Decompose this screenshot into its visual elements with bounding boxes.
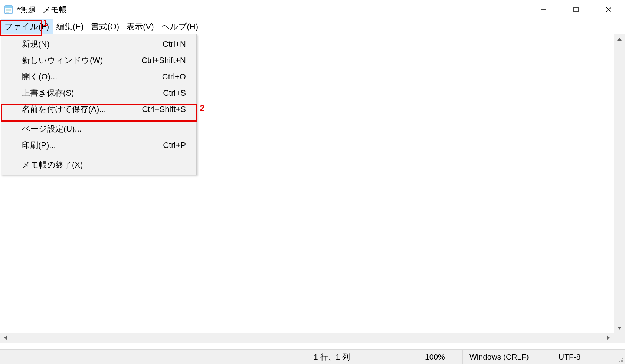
svg-rect-6 [574, 7, 578, 12]
menu-separator [8, 155, 195, 155]
menu-format[interactable]: 書式(O) [87, 19, 123, 34]
scroll-up-icon[interactable] [614, 34, 625, 44]
svg-marker-10 [617, 327, 622, 330]
notepad-icon [4, 5, 13, 14]
menu-edit[interactable]: 編集(E) [53, 19, 87, 34]
status-cursor-position: 1 行、1 列 [307, 350, 418, 364]
file-menu-dropdown: 新規(N) Ctrl+N 新しいウィンドウ(W) Ctrl+Shift+N 開く… [1, 34, 197, 175]
scroll-corner [614, 333, 625, 343]
close-button[interactable] [592, 0, 625, 19]
menu-item-exit[interactable]: メモ帳の終了(X) [2, 157, 196, 173]
menu-item-accel: Ctrl+N [163, 39, 186, 49]
menu-item-label: 印刷(P)... [22, 140, 163, 151]
horizontal-scrollbar[interactable] [0, 333, 614, 343]
menu-item-accel: Ctrl+Shift+S [142, 105, 186, 114]
menu-item-label: ページ設定(U)... [22, 123, 186, 135]
menu-item-new-window[interactable]: 新しいウィンドウ(W) Ctrl+Shift+N [2, 52, 196, 69]
annotation-label-1: 1 [43, 18, 48, 28]
menu-item-label: 新しいウィンドウ(W) [22, 55, 141, 66]
svg-marker-11 [4, 335, 7, 340]
window-controls [527, 0, 625, 19]
menu-item-label: 新規(N) [22, 39, 163, 50]
menu-item-accel: Ctrl+O [162, 72, 186, 82]
menu-item-page-setup[interactable]: ページ設定(U)... [2, 121, 196, 137]
menu-item-accel: Ctrl+P [163, 140, 186, 150]
maximize-button[interactable] [560, 0, 592, 19]
vertical-scrollbar[interactable] [614, 34, 625, 333]
menu-item-label: 名前を付けて保存(A)... [22, 104, 142, 115]
menu-item-accel: Ctrl+Shift+N [141, 56, 186, 65]
status-line-ending: Windows (CRLF) [462, 350, 552, 364]
status-encoding: UTF-8 [552, 350, 615, 364]
scroll-right-icon[interactable] [603, 333, 614, 343]
scroll-down-icon[interactable] [614, 323, 625, 333]
menubar: ファイル(F) 編集(E) 書式(O) 表示(V) ヘルプ(H) [0, 19, 625, 34]
svg-marker-12 [607, 335, 610, 340]
scroll-left-icon[interactable] [0, 333, 11, 343]
menu-item-open[interactable]: 開く(O)... Ctrl+O [2, 69, 196, 85]
menu-item-save[interactable]: 上書き保存(S) Ctrl+S [2, 85, 196, 101]
statusbar: 1 行、1 列 100% Windows (CRLF) UTF-8 [0, 349, 625, 364]
menu-item-new[interactable]: 新規(N) Ctrl+N [2, 36, 196, 52]
menu-item-label: 開く(O)... [22, 71, 162, 82]
annotation-label-2: 2 [200, 103, 204, 113]
menu-item-accel: Ctrl+S [163, 88, 186, 98]
menu-help[interactable]: ヘルプ(H) [158, 19, 202, 34]
status-spacer [0, 350, 307, 364]
menu-item-label: 上書き保存(S) [22, 87, 163, 99]
svg-rect-1 [5, 6, 12, 8]
menu-separator [8, 119, 195, 119]
menu-item-save-as[interactable]: 名前を付けて保存(A)... Ctrl+Shift+S [2, 101, 196, 118]
titlebar: *無題 - メモ帳 [0, 0, 625, 19]
status-zoom: 100% [418, 350, 462, 364]
svg-marker-9 [617, 38, 622, 41]
minimize-button[interactable] [527, 0, 560, 19]
resize-grip[interactable] [615, 350, 625, 364]
menu-item-print[interactable]: 印刷(P)... Ctrl+P [2, 137, 196, 153]
menu-item-label: メモ帳の終了(X) [22, 159, 186, 171]
window-title: *無題 - メモ帳 [17, 4, 67, 15]
menu-view[interactable]: 表示(V) [123, 19, 157, 34]
